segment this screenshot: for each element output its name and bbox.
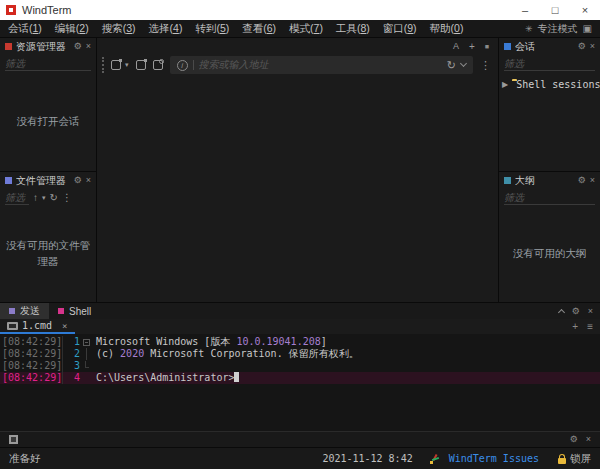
address-bar[interactable]: i 搜索或输入地址 ↻ xyxy=(170,56,473,74)
refresh-icon[interactable]: ↻ xyxy=(50,193,58,203)
menu-goto[interactable]: 转到(5) xyxy=(195,22,229,36)
session-pane-icon xyxy=(504,43,511,50)
shell-sessions-tree-item[interactable]: ▶ Shell sessions xyxy=(499,72,600,90)
cmd-terminal-icon xyxy=(7,322,18,330)
open-session-icon[interactable] xyxy=(136,60,146,70)
focus-mode-toggle[interactable]: 专注模式 xyxy=(538,22,578,36)
terminal-list-icon[interactable]: ≡ xyxy=(587,321,593,332)
focus-mode-icon: ✳ xyxy=(525,24,533,34)
line-number: 2 xyxy=(62,348,80,360)
outline-empty-text: 没有可用的大纲 xyxy=(499,206,600,302)
file-manager-settings-gear-icon[interactable]: ⚙ xyxy=(74,176,82,185)
menu-view[interactable]: 查看(6) xyxy=(242,22,276,36)
explorer-close-icon[interactable]: × xyxy=(86,42,91,51)
address-dropdown-chevron-icon[interactable] xyxy=(460,60,467,67)
terminal-line-current: [08:42:29] 4 C:\Users\Administrator> xyxy=(0,372,600,384)
sender-close-icon[interactable]: × xyxy=(586,435,591,444)
menu-window[interactable]: 窗口(9) xyxy=(383,22,417,36)
line-text: (c) 2020 Microsoft Corporation. 保留所有权利。 xyxy=(93,348,359,360)
menu-select[interactable]: 选择(4) xyxy=(149,22,183,36)
fold-collapse-icon[interactable] xyxy=(80,336,93,348)
terminal-line: [08:42:29] 1 Microsoft Windows [版本 10.0.… xyxy=(0,336,600,348)
up-arrow-icon[interactable]: ↑ xyxy=(33,193,38,203)
pane-layout-icon[interactable]: ■ xyxy=(485,43,489,50)
explorer-empty-text: 没有打开会话 xyxy=(0,72,96,171)
file-manager-empty-text: 没有可用的文件管理器 xyxy=(0,206,96,302)
tab-send[interactable]: 发送 xyxy=(0,303,49,319)
menu-session[interactable]: 会话(1) xyxy=(8,22,42,36)
kebab-menu-icon[interactable]: ⋮ xyxy=(62,193,72,203)
line-timestamp: [08:42:29] xyxy=(0,348,62,360)
terminal-output[interactable]: [08:42:29] 1 Microsoft Windows [版本 10.0.… xyxy=(0,334,600,431)
lock-icon xyxy=(558,458,566,464)
dock-settings-gear-icon[interactable]: ⚙ xyxy=(572,307,580,316)
fold-guide-line xyxy=(80,348,93,360)
terminal-line: [08:42:29] 2 (c) 2020 Microsoft Corporat… xyxy=(0,348,600,360)
line-timestamp: [08:42:29] xyxy=(0,336,62,348)
menubar: 会话(1) 编辑(2) 搜索(3) 选择(4) 转到(5) 查看(6) 模式(7… xyxy=(0,20,600,38)
center-empty-workspace[interactable] xyxy=(97,78,498,302)
up-arrow-dropdown-caret-icon[interactable]: ▾ xyxy=(42,194,46,202)
session-settings-gear-icon[interactable]: ⚙ xyxy=(578,42,586,51)
explorer-filter-input[interactable]: 筛选 xyxy=(5,57,91,71)
menu-search[interactable]: 搜索(3) xyxy=(102,22,136,36)
outline-panel: 大纲 ⚙ × 筛选 没有可用的大纲 xyxy=(499,172,600,302)
outline-settings-gear-icon[interactable]: ⚙ xyxy=(578,176,586,185)
left-dock: 资源管理器 ⚙ × 筛选 没有打开会话 文件管理器 ⚙ × 筛选 ↑ ▾ ↻ ⋮ xyxy=(0,38,97,302)
file-manager-close-icon[interactable]: × xyxy=(86,176,91,185)
new-terminal-icon[interactable]: + xyxy=(572,321,578,332)
new-session-dropdown-caret-icon[interactable]: ▾ xyxy=(125,61,129,69)
outline-filter-input[interactable]: 筛选 xyxy=(504,191,595,205)
sender-settings-gear-icon[interactable]: ⚙ xyxy=(570,435,578,444)
terminal-tab-bar: 1.cmd × + ≡ xyxy=(0,319,600,334)
center-pane: A + ■ ▾ i 搜索或输入地址 ↻ ⋮ xyxy=(97,38,498,302)
address-input[interactable]: 搜索或输入地址 xyxy=(199,58,442,72)
sender-paste-icon[interactable] xyxy=(9,435,18,444)
file-manager-filter-input[interactable]: 筛选 xyxy=(5,191,29,205)
main-area: 资源管理器 ⚙ × 筛选 没有打开会话 文件管理器 ⚙ × 筛选 ↑ ▾ ↻ ⋮ xyxy=(0,38,600,302)
windterm-issues-link[interactable]: WindTerm Issues xyxy=(449,453,539,464)
session-toolbar: ▾ i 搜索或输入地址 ↻ ⋮ xyxy=(97,52,498,78)
menu-tools[interactable]: 工具(8) xyxy=(336,22,370,36)
session-panel: 会话 ⚙ × 筛选 ▶ Shell sessions xyxy=(499,38,600,172)
menu-help[interactable]: 帮助(0) xyxy=(430,22,464,36)
terminal-tab-1cmd[interactable]: 1.cmd × xyxy=(0,319,75,334)
quick-connect-icon[interactable] xyxy=(153,60,163,70)
session-close-icon[interactable]: × xyxy=(590,42,595,51)
new-session-icon[interactable] xyxy=(111,60,121,70)
maximize-button[interactable]: □ xyxy=(540,0,570,20)
dock-close-icon[interactable]: × xyxy=(588,307,593,316)
explorer-settings-gear-icon[interactable]: ⚙ xyxy=(74,42,82,51)
outline-pane-icon xyxy=(504,177,511,184)
reload-icon[interactable]: ↻ xyxy=(447,59,456,72)
explorer-panel-header: 资源管理器 ⚙ × xyxy=(0,38,96,55)
info-icon[interactable]: i xyxy=(177,60,188,71)
tree-expand-arrow-icon[interactable]: ▶ xyxy=(502,80,508,89)
outline-panel-title: 大纲 xyxy=(515,174,574,188)
dock-collapse-chevron-icon[interactable] xyxy=(558,309,565,316)
outline-close-icon[interactable]: × xyxy=(590,176,595,185)
session-filter-input[interactable]: 筛选 xyxy=(504,57,595,71)
window-title: WindTerm xyxy=(22,4,510,16)
terminal-tab-close-icon[interactable]: × xyxy=(62,321,67,331)
font-size-icon[interactable]: A xyxy=(453,41,459,51)
layout-icon[interactable]: ▣ xyxy=(583,23,592,34)
minimize-button[interactable]: – xyxy=(510,0,540,20)
send-tab-icon xyxy=(9,308,15,314)
lock-screen-button[interactable]: 锁屏 xyxy=(558,452,591,466)
tab-shell[interactable]: Shell xyxy=(49,303,100,319)
terminal-line: [08:42:29] 3 xyxy=(0,360,600,372)
dock-tab-bar: 发送 Shell ⚙ × xyxy=(0,303,600,319)
statusbar: 准备好 2021-11-12 8:42 WindTerm Issues 锁屏 xyxy=(0,447,600,469)
line-number: 4 xyxy=(62,372,80,384)
toolbar-kebab-menu-icon[interactable]: ⋮ xyxy=(480,59,491,72)
bottom-dock: 发送 Shell ⚙ × 1.cmd × + ≡ [08:42:29] 1 Mi… xyxy=(0,302,600,447)
menu-edit[interactable]: 编辑(2) xyxy=(55,22,89,36)
toolbar-drag-handle[interactable] xyxy=(102,57,104,73)
close-button[interactable]: × xyxy=(570,0,600,20)
shell-tab-label: Shell xyxy=(69,306,91,317)
menu-mode[interactable]: 模式(7) xyxy=(289,22,323,36)
terminal-cursor xyxy=(234,372,239,382)
line-text: Microsoft Windows [版本 10.0.19041.208] xyxy=(93,336,327,348)
add-tab-icon[interactable]: + xyxy=(469,41,475,52)
